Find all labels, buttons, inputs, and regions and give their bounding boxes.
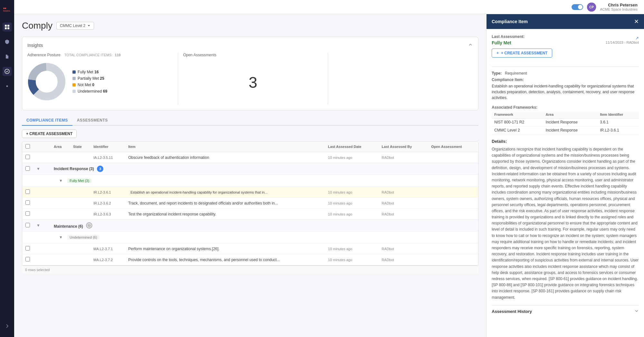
assessment-history-section[interactable]: Assessment History xyxy=(492,305,639,314)
right-panel: Compliance Item ✕ Last Assessment: Fully… xyxy=(486,14,644,337)
svg-point-18 xyxy=(89,226,90,227)
last-assessed-date-cell: 10 minutes ago xyxy=(325,187,379,198)
create-assessment-button[interactable]: + CREATE ASSESSMENT xyxy=(22,130,77,138)
identifier-cell: IA.L2-3.5.11 xyxy=(90,152,125,163)
group-expander[interactable]: ▼ xyxy=(36,222,43,229)
svg-rect-0 xyxy=(2,5,12,15)
sidebar-item-file[interactable] xyxy=(3,52,12,61)
compliance-item-label: Compliance Item: xyxy=(492,77,639,82)
identifier-cell: MA.L2-3.7.2 xyxy=(90,254,125,265)
row-checkbox[interactable] xyxy=(25,246,30,250)
subgroup-expander[interactable]: ▼ xyxy=(59,234,65,241)
open-assessments-label: Open Assessments xyxy=(183,53,323,57)
sidebar-item-comply[interactable] xyxy=(3,67,12,76)
group-row-incident-response: ▼ Incident Response (3) 3 xyxy=(22,163,478,175)
chart-legend: Fully Met 16 Partially Met 25 Not Met 0 xyxy=(72,70,107,94)
select-all-checkbox[interactable] xyxy=(25,144,30,149)
fw-identifier: IR.L2-3.6.1 xyxy=(597,126,639,134)
state-cell xyxy=(70,152,90,163)
group-row-maintenance: ▼ Maintenance (6) xyxy=(22,220,478,232)
state-cell xyxy=(70,243,90,254)
open-assessment-cell xyxy=(428,209,478,220)
last-assessment-row: Last Assessment: Fully Met ↗ 11/14/2023 … xyxy=(492,34,639,45)
external-link-icon[interactable]: ↗ xyxy=(635,36,639,41)
sidebar: ■■ RADICL xyxy=(0,0,14,337)
fw-col-identifier: Item Identifier xyxy=(597,111,639,118)
legend-dot-partially-met xyxy=(72,77,76,80)
chevron-down-icon xyxy=(634,309,639,314)
open-assessment-cell xyxy=(428,254,478,265)
table-row: MA.L2-3.7.1 Perform maintenance on organ… xyxy=(22,243,478,254)
svg-text:■■: ■■ xyxy=(3,7,6,10)
legend-partially-met: Partially Met 25 xyxy=(72,76,107,81)
third-insight-section xyxy=(328,53,473,105)
identifier-cell: IR.L2-3.6.1 xyxy=(90,187,125,198)
row-checkbox[interactable] xyxy=(25,211,30,216)
group-area-cell: Maintenance (6) xyxy=(51,220,478,232)
sidebar-item-navigate[interactable] xyxy=(3,322,12,331)
frameworks-table: Framework Area Item Identifier NIST 800-… xyxy=(492,111,639,134)
framework-dropdown[interactable]: CMMC Level 2 xyxy=(56,22,94,30)
svg-point-15 xyxy=(37,72,56,91)
insights-header: Insights xyxy=(27,42,473,48)
subgroup-state-cell: ▼ Undetermined (6) xyxy=(51,232,478,243)
details-section: Details: Organizations recognize that in… xyxy=(492,139,639,301)
compliance-items-table: Area State Identifier Item Last Assessed… xyxy=(22,141,478,265)
open-assessments-count: 3 xyxy=(183,60,323,105)
last-assessed-by-cell: RADbot xyxy=(378,209,428,220)
insights-grid: Adherence Posture TOTAL COMPLIANCE ITEMS… xyxy=(27,53,473,105)
page-title: Comply xyxy=(22,21,52,31)
fw-identifier: 3.6.1 xyxy=(597,118,639,126)
sidebar-item-settings[interactable] xyxy=(3,82,12,91)
subgroup-row-undetermined: ▼ Undetermined (6) xyxy=(22,232,478,243)
area-cell xyxy=(51,243,70,254)
tab-assessments[interactable]: ASSESSMENTS xyxy=(72,115,112,126)
last-assessed-date-cell: 10 minutes ago xyxy=(325,209,379,220)
row-checkbox[interactable] xyxy=(25,189,30,194)
collapse-insights-button[interactable] xyxy=(468,42,473,48)
app-logo: ■■ RADICL xyxy=(1,3,13,17)
item-cell: Provide controls on the tools, technique… xyxy=(125,254,325,265)
fw-name: NIST 800-171 R2 xyxy=(492,118,543,126)
compliance-item-section: Compliance Item: Establish an operationa… xyxy=(492,77,639,101)
sidebar-item-shield[interactable] xyxy=(3,37,12,46)
details-title: Details: xyxy=(492,139,639,144)
table-row: IR.L2-3.6.2 Track, document, and report … xyxy=(22,198,478,209)
fw-col-framework: Framework xyxy=(492,111,543,118)
group-open-badge: 3 xyxy=(97,166,103,172)
legend-dot-undetermined xyxy=(72,90,76,93)
last-assessed-by-cell: RADbot xyxy=(378,243,428,254)
assessment-history-title: Assessment History xyxy=(492,309,532,314)
panel-close-button[interactable]: ✕ xyxy=(634,19,639,24)
svg-rect-3 xyxy=(5,25,7,27)
insights-title: Insights xyxy=(27,43,43,48)
group-expander[interactable]: ▼ xyxy=(36,166,43,172)
tab-compliance-items[interactable]: COMPLIANCE ITEMS xyxy=(22,115,72,126)
last-assessed-date-cell: 10 minutes ago xyxy=(325,254,379,265)
table-row: IR.L2-3.6.3 Test the organizational inci… xyxy=(22,209,478,220)
theme-toggle[interactable] xyxy=(572,4,583,10)
group-state-badge xyxy=(86,222,92,229)
panel-header: Compliance Item ✕ xyxy=(487,14,644,29)
legend-undetermined: Undetermined 69 xyxy=(72,89,107,94)
header-checkbox-cell xyxy=(22,141,33,152)
row-checkbox[interactable] xyxy=(25,200,30,205)
last-assessment-status: Fully Met xyxy=(492,40,525,45)
legend-fully-met: Fully Met 16 xyxy=(72,70,107,74)
table-row: IR.L2-3.6.1 Establish an operational inc… xyxy=(22,187,478,198)
row-checkbox[interactable] xyxy=(25,166,30,171)
identifier-cell: IR.L2-3.6.3 xyxy=(90,209,125,220)
sidebar-item-grid[interactable] xyxy=(3,23,12,32)
framework-row: NIST 800-171 R2 Incident Response 3.6.1 xyxy=(492,118,639,126)
row-checkbox[interactable] xyxy=(25,223,30,227)
create-assessment-panel-button[interactable]: + + CREATE ASSESSMENT xyxy=(492,49,552,58)
subgroup-expander[interactable]: ▼ xyxy=(59,178,65,184)
avatar: CP xyxy=(587,3,596,12)
state-tag: Undetermined (6) xyxy=(67,235,99,240)
last-assessed-date-cell: 10 minutes ago xyxy=(325,243,379,254)
row-checkbox[interactable] xyxy=(25,155,30,159)
row-checkbox[interactable] xyxy=(25,257,30,261)
type-section: Type: Requirement xyxy=(492,71,639,76)
identifier-cell: IR.L2-3.6.2 xyxy=(90,198,125,209)
last-assessed-date-cell: 10 minutes ago xyxy=(325,152,379,163)
